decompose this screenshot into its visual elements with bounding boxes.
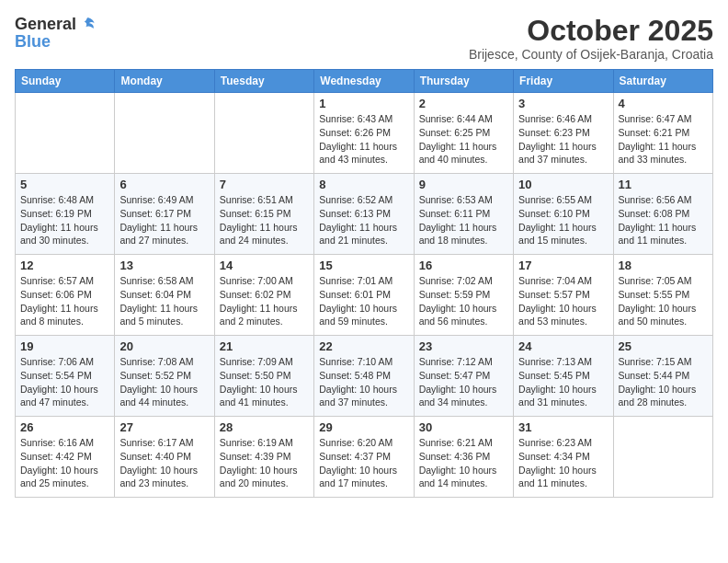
day-info: Sunrise: 7:08 AM Sunset: 5:52 PM Dayligh… xyxy=(119,355,209,409)
day-cell-16: 16Sunrise: 7:02 AM Sunset: 5:59 PM Dayli… xyxy=(414,255,513,336)
day-number: 12 xyxy=(20,259,109,272)
day-cell-25: 25Sunrise: 7:15 AM Sunset: 5:44 PM Dayli… xyxy=(613,336,712,417)
day-number: 23 xyxy=(419,339,508,353)
day-cell-20: 20Sunrise: 7:08 AM Sunset: 5:52 PM Dayli… xyxy=(115,336,214,417)
day-cell-28: 28Sunrise: 6:19 AM Sunset: 4:39 PM Dayli… xyxy=(214,417,313,498)
day-info: Sunrise: 6:53 AM Sunset: 6:11 PM Dayligh… xyxy=(419,193,508,247)
day-number: 4 xyxy=(619,97,708,110)
day-info: Sunrise: 6:20 AM Sunset: 4:37 PM Dayligh… xyxy=(319,436,408,490)
day-cell-11: 11Sunrise: 6:56 AM Sunset: 6:08 PM Dayli… xyxy=(613,174,712,255)
day-info: Sunrise: 6:44 AM Sunset: 6:25 PM Dayligh… xyxy=(419,112,508,167)
day-info: Sunrise: 7:05 AM Sunset: 5:55 PM Dayligh… xyxy=(619,274,708,328)
day-cell-7: 7Sunrise: 6:51 AM Sunset: 6:15 PM Daylig… xyxy=(214,174,313,255)
day-cell-31: 31Sunrise: 6:23 AM Sunset: 4:34 PM Dayli… xyxy=(514,417,613,498)
day-number: 13 xyxy=(119,259,209,272)
day-info: Sunrise: 7:09 AM Sunset: 5:50 PM Dayligh… xyxy=(220,355,309,409)
day-cell-26: 26Sunrise: 6:16 AM Sunset: 4:42 PM Dayli… xyxy=(16,417,115,498)
day-number: 6 xyxy=(119,178,209,191)
day-info: Sunrise: 6:47 AM Sunset: 6:21 PM Dayligh… xyxy=(619,112,708,167)
day-info: Sunrise: 6:55 AM Sunset: 6:10 PM Dayligh… xyxy=(518,193,608,247)
day-cell-18: 18Sunrise: 7:05 AM Sunset: 5:55 PM Dayli… xyxy=(613,255,712,336)
day-number: 17 xyxy=(518,259,608,272)
weekday-header-sunday: Sunday xyxy=(16,70,115,93)
day-info: Sunrise: 7:15 AM Sunset: 5:44 PM Dayligh… xyxy=(619,355,708,409)
day-number: 25 xyxy=(619,339,708,353)
empty-cell xyxy=(16,93,115,174)
day-cell-22: 22Sunrise: 7:10 AM Sunset: 5:48 PM Dayli… xyxy=(314,336,414,417)
day-number: 31 xyxy=(518,420,608,434)
day-info: Sunrise: 6:19 AM Sunset: 4:39 PM Dayligh… xyxy=(220,436,309,490)
day-cell-5: 5Sunrise: 6:48 AM Sunset: 6:19 PM Daylig… xyxy=(16,174,115,255)
day-cell-24: 24Sunrise: 7:13 AM Sunset: 5:45 PM Dayli… xyxy=(514,336,613,417)
weekday-header-thursday: Thursday xyxy=(414,70,513,93)
day-info: Sunrise: 7:04 AM Sunset: 5:57 PM Dayligh… xyxy=(518,274,608,328)
day-number: 29 xyxy=(319,420,408,434)
month-title: October 2025 xyxy=(469,15,713,47)
logo-bird-icon xyxy=(78,15,97,33)
day-cell-27: 27Sunrise: 6:17 AM Sunset: 4:40 PM Dayli… xyxy=(115,417,214,498)
day-number: 18 xyxy=(619,259,708,272)
day-number: 11 xyxy=(619,178,708,191)
day-number: 15 xyxy=(319,259,408,272)
empty-cell xyxy=(115,93,214,174)
day-cell-2: 2Sunrise: 6:44 AM Sunset: 6:25 PM Daylig… xyxy=(414,93,513,174)
day-number: 28 xyxy=(220,420,309,434)
day-info: Sunrise: 7:06 AM Sunset: 5:54 PM Dayligh… xyxy=(20,355,109,409)
day-cell-12: 12Sunrise: 6:57 AM Sunset: 6:06 PM Dayli… xyxy=(16,255,115,336)
weekday-header-tuesday: Tuesday xyxy=(214,70,313,93)
week-row-4: 19Sunrise: 7:06 AM Sunset: 5:54 PM Dayli… xyxy=(16,336,713,417)
day-cell-3: 3Sunrise: 6:46 AM Sunset: 6:23 PM Daylig… xyxy=(514,93,613,174)
week-row-3: 12Sunrise: 6:57 AM Sunset: 6:06 PM Dayli… xyxy=(16,255,713,336)
day-cell-8: 8Sunrise: 6:52 AM Sunset: 6:13 PM Daylig… xyxy=(314,174,414,255)
day-info: Sunrise: 6:21 AM Sunset: 4:36 PM Dayligh… xyxy=(419,436,508,490)
day-number: 21 xyxy=(220,339,309,353)
day-cell-13: 13Sunrise: 6:58 AM Sunset: 6:04 PM Dayli… xyxy=(115,255,214,336)
day-info: Sunrise: 6:52 AM Sunset: 6:13 PM Dayligh… xyxy=(319,193,408,247)
logo-blue-text: Blue xyxy=(15,32,51,51)
weekday-header-row: SundayMondayTuesdayWednesdayThursdayFrid… xyxy=(16,70,713,93)
day-cell-14: 14Sunrise: 7:00 AM Sunset: 6:02 PM Dayli… xyxy=(214,255,313,336)
day-cell-1: 1Sunrise: 6:43 AM Sunset: 6:26 PM Daylig… xyxy=(314,93,414,174)
day-number: 19 xyxy=(20,339,109,353)
day-cell-30: 30Sunrise: 6:21 AM Sunset: 4:36 PM Dayli… xyxy=(414,417,513,498)
day-number: 20 xyxy=(119,339,209,353)
day-cell-15: 15Sunrise: 7:01 AM Sunset: 6:01 PM Dayli… xyxy=(314,255,414,336)
day-number: 9 xyxy=(419,178,508,191)
weekday-header-saturday: Saturday xyxy=(613,70,712,93)
day-cell-23: 23Sunrise: 7:12 AM Sunset: 5:47 PM Dayli… xyxy=(414,336,513,417)
page-header: General Blue October 2025 Brijesce, Coun… xyxy=(15,15,713,62)
day-info: Sunrise: 6:43 AM Sunset: 6:26 PM Dayligh… xyxy=(319,112,408,167)
day-number: 14 xyxy=(220,259,309,272)
week-row-1: 1Sunrise: 6:43 AM Sunset: 6:26 PM Daylig… xyxy=(16,93,713,174)
day-cell-9: 9Sunrise: 6:53 AM Sunset: 6:11 PM Daylig… xyxy=(414,174,513,255)
day-number: 26 xyxy=(20,420,109,434)
weekday-header-monday: Monday xyxy=(115,70,214,93)
calendar-table: SundayMondayTuesdayWednesdayThursdayFrid… xyxy=(15,69,713,498)
day-info: Sunrise: 6:56 AM Sunset: 6:08 PM Dayligh… xyxy=(619,193,708,247)
day-cell-6: 6Sunrise: 6:49 AM Sunset: 6:17 PM Daylig… xyxy=(115,174,214,255)
day-info: Sunrise: 7:00 AM Sunset: 6:02 PM Dayligh… xyxy=(220,274,309,328)
day-number: 3 xyxy=(518,97,608,110)
day-number: 27 xyxy=(119,420,209,434)
day-number: 24 xyxy=(518,339,608,353)
day-number: 2 xyxy=(419,97,508,110)
day-info: Sunrise: 7:10 AM Sunset: 5:48 PM Dayligh… xyxy=(319,355,408,409)
day-number: 7 xyxy=(220,178,309,191)
day-number: 8 xyxy=(319,178,408,191)
day-number: 16 xyxy=(419,259,508,272)
title-block: October 2025 Brijesce, County of Osijek-… xyxy=(469,15,713,62)
day-info: Sunrise: 6:51 AM Sunset: 6:15 PM Dayligh… xyxy=(220,193,309,247)
day-info: Sunrise: 6:58 AM Sunset: 6:04 PM Dayligh… xyxy=(119,274,209,328)
day-cell-10: 10Sunrise: 6:55 AM Sunset: 6:10 PM Dayli… xyxy=(514,174,613,255)
day-number: 22 xyxy=(319,339,408,353)
day-info: Sunrise: 6:48 AM Sunset: 6:19 PM Dayligh… xyxy=(20,193,109,247)
day-cell-4: 4Sunrise: 6:47 AM Sunset: 6:21 PM Daylig… xyxy=(613,93,712,174)
day-info: Sunrise: 7:01 AM Sunset: 6:01 PM Dayligh… xyxy=(319,274,408,328)
day-info: Sunrise: 6:17 AM Sunset: 4:40 PM Dayligh… xyxy=(119,436,209,490)
day-info: Sunrise: 6:57 AM Sunset: 6:06 PM Dayligh… xyxy=(20,274,109,328)
day-cell-21: 21Sunrise: 7:09 AM Sunset: 5:50 PM Dayli… xyxy=(214,336,313,417)
week-row-2: 5Sunrise: 6:48 AM Sunset: 6:19 PM Daylig… xyxy=(16,174,713,255)
day-cell-19: 19Sunrise: 7:06 AM Sunset: 5:54 PM Dayli… xyxy=(16,336,115,417)
location-title: Brijesce, County of Osijek-Baranja, Croa… xyxy=(469,47,713,62)
day-info: Sunrise: 7:12 AM Sunset: 5:47 PM Dayligh… xyxy=(419,355,508,409)
